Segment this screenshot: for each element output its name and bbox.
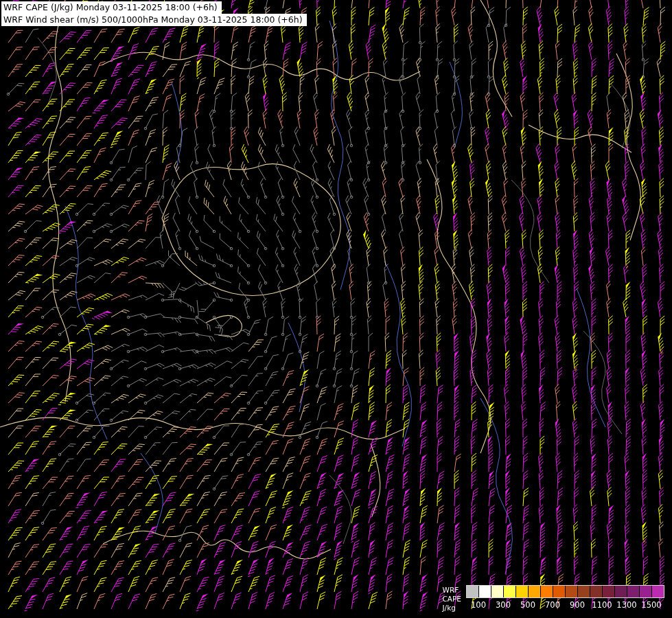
legend-color-cell: [566, 586, 578, 597]
legend-tick: 300: [496, 600, 511, 610]
legend-title: WRF CAPE J/kg: [443, 586, 461, 613]
legend-title-line-cape: CAPE: [443, 595, 461, 604]
legend-color-cell: [467, 586, 479, 597]
legend-title-line-wrf: WRF: [443, 586, 461, 595]
title-line-shear: WRF Wind shear (m/s) 500/1000hPa Monday …: [1, 14, 307, 26]
legend-color-cell: [479, 586, 491, 597]
legend-color-cell: [615, 586, 627, 597]
title-box: WRF CAPE (J/kg) Monday 03-11-2025 18:00 …: [1, 1, 307, 26]
legend-color-cell: [553, 586, 566, 597]
legend-tick: 100: [471, 600, 486, 610]
legend-color-cell: [578, 586, 590, 597]
legend-colorbar: [466, 585, 664, 598]
legend-color-cell: [504, 586, 516, 597]
legend-tick: 500: [520, 600, 535, 610]
legend-color-cell: [541, 586, 553, 597]
legend-tick: 1500: [641, 600, 661, 610]
map-canvas: [0, 0, 672, 618]
title-line-cape: WRF CAPE (J/kg) Monday 03-11-2025 18:00 …: [1, 1, 222, 14]
cape-legend: WRF CAPE J/kg 10030050070090011001300150…: [443, 585, 664, 613]
legend-tick: 1300: [616, 600, 636, 610]
legend-color-cell: [529, 586, 541, 597]
legend-color-cell: [627, 586, 640, 597]
legend-tick-labels: 100300500700900110013001500: [466, 600, 664, 610]
legend-tick: 900: [570, 600, 585, 610]
legend-title-line-units: J/kg: [443, 604, 461, 613]
weather-map-stage: WRF CAPE (J/kg) Monday 03-11-2025 18:00 …: [0, 0, 672, 618]
legend-color-cell: [603, 586, 615, 597]
legend-body: 100300500700900110013001500: [466, 585, 664, 610]
legend-color-cell: [590, 586, 603, 597]
legend-color-cell: [516, 586, 529, 597]
legend-color-cell: [640, 586, 652, 597]
legend-tick: 700: [545, 600, 560, 610]
legend-color-cell: [652, 586, 664, 597]
legend-tick: 1100: [592, 600, 612, 610]
legend-color-cell: [491, 586, 504, 597]
